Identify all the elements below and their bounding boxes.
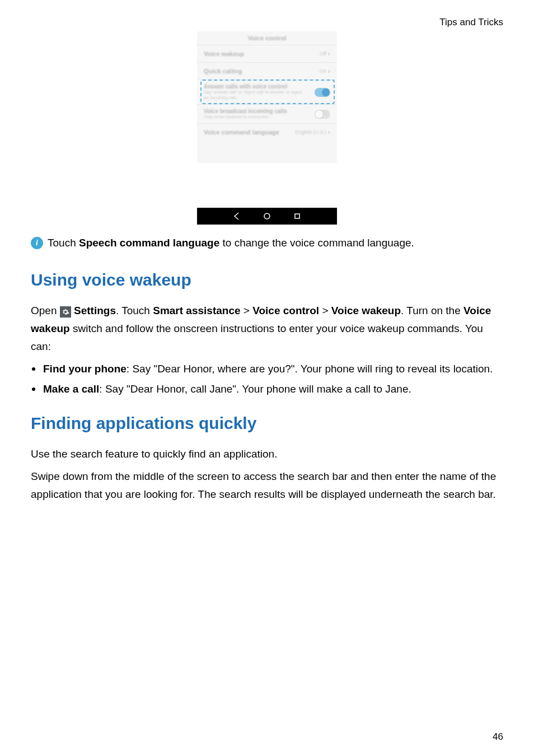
row-quick-calling: Quick calling On › [197, 62, 337, 80]
row-voice-wakeup: Voice wakeup Off › [197, 45, 337, 62]
home-icon [263, 212, 271, 220]
info-tip: i Touch Speech command language to chang… [31, 236, 503, 250]
screen-title: Voice control [197, 31, 337, 45]
chevron-right-icon: › [328, 67, 330, 75]
svg-point-0 [264, 213, 270, 219]
label-answer-calls: Answer calls with voice control [204, 83, 305, 90]
paragraph-wakeup-intro: Open Settings. Touch Smart assistance > … [31, 302, 503, 356]
heading-voice-wakeup: Using voice wakeup [31, 270, 503, 290]
sub-broadcast: Only when headset is connected [204, 114, 287, 120]
document-page: Tips and Tricks Voice control Voice wake… [0, 0, 534, 756]
back-icon [233, 212, 241, 220]
phone-screen: Voice control Voice wakeup Off › Quick c… [197, 31, 337, 163]
row-broadcast: Voice broadcast incoming calls Only when… [197, 104, 337, 123]
chevron-right-icon: › [328, 50, 330, 58]
value-voice-wakeup: Off [320, 51, 326, 57]
gear-icon [60, 306, 71, 318]
sub-answer-calls: Say 'answer call' or 'reject call' to an… [204, 90, 305, 101]
header-section-label: Tips and Tricks [31, 17, 503, 28]
label-quick-calling: Quick calling [204, 68, 242, 74]
list-item: Find your phone: Say "Dear Honor, where … [31, 360, 503, 378]
row-language: Voice command language English (U.S.) › [197, 123, 337, 141]
toggle-answer-calls [315, 88, 330, 97]
label-language: Voice command language [204, 129, 279, 136]
page-number: 46 [493, 731, 503, 743]
phone-navbar [197, 208, 337, 225]
list-item: Make a call: Say "Dear Honor, call Jane"… [31, 380, 503, 398]
label-broadcast: Voice broadcast incoming calls [204, 108, 287, 114]
paragraph-find-2: Swipe down from the middle of the screen… [31, 468, 503, 503]
toggle-broadcast [315, 110, 330, 119]
heading-find-apps: Finding applications quickly [31, 414, 503, 433]
paragraph-find-1: Use the search feature to quickly find a… [31, 445, 503, 463]
value-language: English (U.S.) [295, 129, 326, 135]
svg-rect-1 [295, 214, 299, 218]
chevron-right-icon: › [328, 128, 330, 136]
label-voice-wakeup: Voice wakeup [204, 50, 244, 57]
screen-gap [197, 163, 337, 208]
phone-illustration: Voice control Voice wakeup Off › Quick c… [192, 31, 342, 225]
row-answer-calls: Answer calls with voice control Say 'ans… [197, 80, 337, 104]
info-icon: i [31, 237, 43, 249]
info-text: Touch Speech command language to change … [48, 236, 414, 250]
recent-icon [293, 212, 301, 220]
wakeup-bullet-list: Find your phone: Say "Dear Honor, where … [31, 360, 503, 398]
value-quick-calling: On [320, 68, 326, 74]
